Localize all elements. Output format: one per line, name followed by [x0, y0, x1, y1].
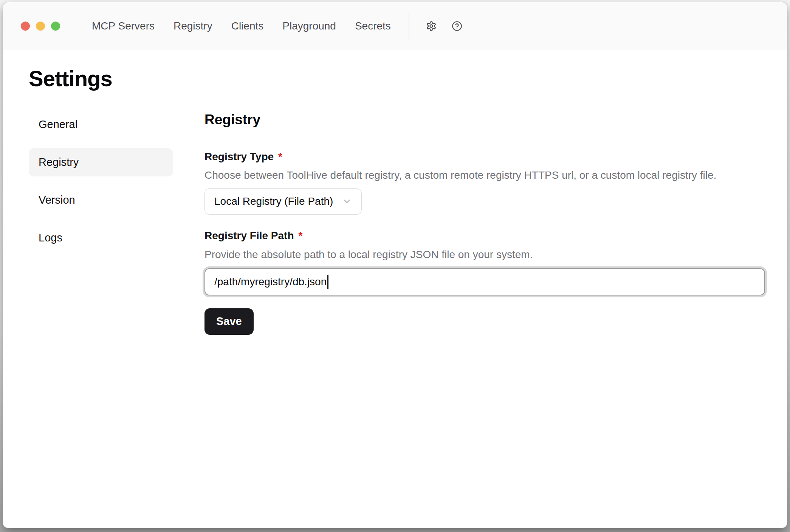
registry-settings-panel: Registry Registry Type * Choose between …: [204, 110, 765, 335]
chevron-down-icon: [342, 196, 352, 206]
registry-type-label-text: Registry Type: [204, 149, 274, 164]
nav-clients[interactable]: Clients: [231, 20, 264, 32]
minimize-window-button[interactable]: [36, 22, 45, 31]
sidebar-item-registry[interactable]: Registry: [29, 148, 173, 176]
settings-gear-icon[interactable]: [426, 21, 437, 31]
registry-file-path-description: Provide the absolute path to a local reg…: [204, 247, 765, 262]
nav-playground[interactable]: Playground: [282, 20, 336, 32]
registry-file-path-input[interactable]: /path/myregistry/db.json: [204, 268, 765, 295]
titlebar-divider: [409, 12, 409, 40]
required-asterisk: *: [299, 228, 303, 243]
close-window-button[interactable]: [21, 22, 30, 31]
nav-secrets[interactable]: Secrets: [355, 20, 391, 32]
titlebar: MCP Servers Registry Clients Playground …: [3, 2, 787, 50]
registry-file-path-label-text: Registry File Path: [204, 228, 294, 243]
section-heading: Registry: [204, 111, 765, 128]
required-asterisk: *: [278, 149, 282, 164]
page-title: Settings: [29, 66, 787, 91]
registry-file-path-label: Registry File Path *: [204, 228, 765, 243]
registry-file-path-value: /path/myregistry/db.json: [214, 276, 327, 288]
registry-type-label: Registry Type *: [204, 149, 765, 164]
registry-type-select[interactable]: Local Registry (File Path): [204, 188, 362, 215]
help-circle-icon[interactable]: [452, 21, 462, 31]
settings-sidebar: General Registry Version Logs: [29, 110, 173, 335]
sidebar-item-logs[interactable]: Logs: [29, 224, 173, 252]
registry-type-description: Choose between ToolHive default registry…: [204, 168, 765, 182]
zoom-window-button[interactable]: [51, 22, 60, 31]
app-window: MCP Servers Registry Clients Playground …: [3, 2, 787, 528]
traffic-lights: [21, 22, 60, 31]
titlebar-icons: [426, 21, 462, 31]
settings-layout: General Registry Version Logs Registry R…: [3, 110, 787, 335]
text-cursor: [327, 275, 328, 289]
nav-registry[interactable]: Registry: [173, 20, 212, 32]
nav-mcp-servers[interactable]: MCP Servers: [92, 20, 155, 32]
save-button[interactable]: Save: [204, 308, 254, 335]
sidebar-item-version[interactable]: Version: [29, 186, 173, 214]
registry-type-select-value: Local Registry (File Path): [214, 195, 333, 207]
sidebar-item-general[interactable]: General: [29, 110, 173, 139]
top-nav: MCP Servers Registry Clients Playground …: [92, 20, 391, 32]
